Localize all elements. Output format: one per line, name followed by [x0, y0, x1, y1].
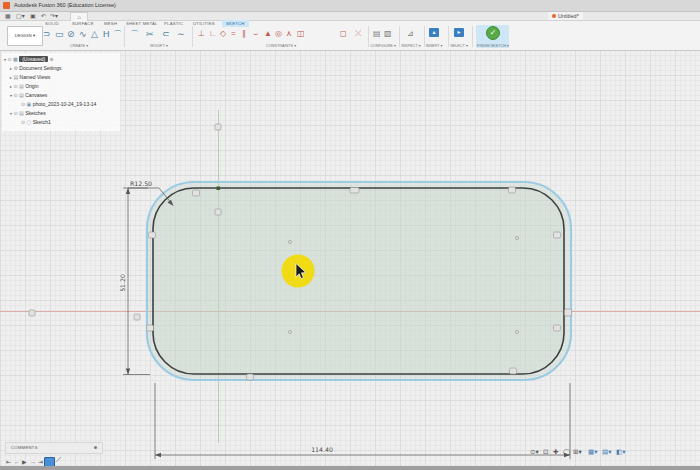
horizontal-constraint-icon [350, 188, 359, 194]
horizontal-vertical-icon[interactable]: ⊥ [198, 28, 205, 40]
select-icon[interactable]: ▸ [454, 28, 464, 37]
trim-icon[interactable]: ✂ [146, 28, 154, 40]
visibility-eye-icon[interactable]: ⊙ [13, 91, 17, 100]
tab-solid[interactable]: SOLID [45, 21, 59, 26]
fit-icon[interactable]: ⊞▾ [573, 446, 582, 458]
tab-surface[interactable]: SURFACE [72, 21, 94, 26]
concentric-icon[interactable]: ◎ [275, 28, 282, 40]
separator [192, 26, 193, 47]
home-tab[interactable]: ⌂ [70, 12, 88, 21]
file-menu-icon[interactable]: ▢▾ [16, 12, 25, 20]
dimension-radius-value: R12.50 [130, 180, 152, 187]
browser-row-named-views[interactable]: ▸ ▤ Named Views [10, 73, 50, 82]
expand-arrow-icon[interactable]: ▸ [10, 73, 12, 82]
browser-root-row[interactable]: ▾ ⊙ ▩ (Unsaved) ⊕ [4, 55, 54, 64]
configurations-icon[interactable]: ▧ [384, 28, 392, 40]
browser-row-sketch1[interactable]: ⊙ ▢ Sketch1 [21, 118, 51, 127]
grid-snaps-icon[interactable]: ▤▾ [602, 446, 611, 458]
browser-row-canvas-photo[interactable]: ⊙ ▣ photo_2023-10-24_19-13-14 [21, 100, 96, 109]
finish-sketch-label[interactable]: FINISH SKETCH ▾ [468, 43, 518, 48]
dimension-height[interactable]: 51.20 [119, 188, 151, 375]
browser-row-document-settings[interactable]: ▸ ⚙ Document Settings [10, 64, 62, 73]
browser-row-canvases[interactable]: ▾ ⊙ ▤ Canvases [10, 91, 47, 100]
expand-arrow-icon[interactable]: ▸ [10, 64, 12, 73]
insert-icon[interactable]: ▴ [429, 28, 439, 37]
arc-icon[interactable]: ⌒ [113, 28, 122, 40]
unsynced-status-icon [552, 14, 556, 18]
tab-utilities[interactable]: UTILITIES [193, 21, 215, 26]
tangent-icon[interactable]: ⌣ [253, 28, 258, 40]
expand-arrow-icon[interactable]: ▸ [10, 82, 12, 91]
create-group-label[interactable]: CREATE ▾ [62, 43, 96, 48]
midpoint-icon[interactable]: ◫ [297, 28, 305, 40]
configure-icon[interactable]: ▤ [373, 28, 381, 40]
browser-panel: ▾ ⊙ ▩ (Unsaved) ⊕ ▸ ⚙ Document Settings … [2, 53, 120, 131]
browser-item-label: Document Settings [19, 65, 61, 71]
undo-icon[interactable]: ↶ [41, 12, 46, 20]
sketch-profile-curve[interactable] [153, 188, 564, 374]
visibility-eye-icon[interactable]: ⊙ [13, 109, 17, 118]
line-icon[interactable]: ⊃ [43, 28, 51, 40]
dimension-width-value: 114.40 [311, 446, 333, 453]
parallel-icon[interactable]: ∥ [242, 28, 246, 40]
spline-icon[interactable]: ∿ [79, 28, 87, 40]
visibility-eye-icon[interactable]: ⊙ [21, 118, 25, 127]
timeline-playhead[interactable]: ⟋ [56, 456, 61, 464]
fillet-icon[interactable]: ⌒ [130, 28, 139, 40]
polygon-lock-icon[interactable]: ◇ [220, 28, 226, 40]
inspect-icon[interactable]: ⊿ [407, 28, 414, 40]
zoom-icon[interactable]: ◯ [563, 446, 570, 458]
browser-row-sketches[interactable]: ▾ ⊙ ▤ Sketches [10, 109, 46, 118]
data-panel-icon[interactable]: ▦ [5, 12, 11, 20]
constraints-group-label[interactable]: CONSTRAINTS ▾ [255, 43, 307, 48]
tangent-constraint-icon [193, 190, 200, 196]
visibility-eye-icon[interactable]: ⊙ [21, 100, 25, 109]
browser-row-origin[interactable]: ▸ ⊙ ▤ Origin [10, 82, 38, 91]
pan-icon[interactable]: ✚ [553, 446, 558, 458]
tab-sheet-metal[interactable]: SHEET METAL [126, 21, 158, 26]
tab-mesh[interactable]: MESH [104, 21, 117, 26]
curvature-icon[interactable]: ◻ [340, 28, 347, 40]
browser-item-label: Sketch1 [33, 119, 51, 125]
expand-arrow-icon[interactable]: ▾ [10, 109, 12, 118]
dimension-width[interactable]: 114.40 [155, 383, 570, 459]
comments-panel[interactable]: COMMENTS [5, 442, 103, 454]
slot-icon[interactable]: Η [103, 28, 110, 40]
expand-arrow-icon[interactable]: ▾ [4, 55, 6, 64]
tangent-constraint-icon [247, 374, 254, 380]
look-at-icon[interactable]: ⊡ [543, 446, 548, 458]
component-icon: ▩ [13, 55, 18, 64]
finish-sketch-check-icon: ✓ [486, 26, 500, 40]
tab-sketch[interactable]: SKETCH [222, 20, 249, 27]
polygon-icon[interactable]: △ [91, 28, 98, 40]
circle-icon[interactable]: ⊘ [67, 28, 75, 40]
point-constraint-icon [215, 209, 221, 215]
visibility-eye-icon[interactable]: ⊙ [7, 55, 11, 64]
orbit-icon[interactable]: ⊙▾ [530, 446, 539, 458]
browser-item-label: Sketches [25, 110, 46, 116]
save-icon[interactable]: ▣ [30, 12, 36, 20]
rectangle-icon[interactable]: ▭ [55, 28, 64, 40]
fix-icon[interactable]: ▲ [264, 28, 272, 40]
expand-arrow-icon[interactable]: ▾ [10, 91, 12, 100]
offset-icon[interactable]: ⊂ [162, 28, 170, 40]
display-settings-icon[interactable]: ▦▾ [588, 446, 597, 458]
break-link-icon[interactable]: ⤫ [355, 28, 361, 40]
tangent-constraint-icon [509, 187, 516, 193]
modify-group-label[interactable]: MODIFY ▾ [142, 43, 176, 48]
coincident-icon[interactable]: ∟ [209, 28, 217, 40]
separator [124, 26, 125, 47]
workspace-selector[interactable]: DESIGN ▾ [7, 26, 43, 46]
visibility-eye-icon[interactable]: ⊙ [13, 82, 17, 91]
tangent-constraint-icon [554, 232, 561, 238]
extend-icon[interactable]: ∼ [177, 28, 185, 40]
document-badge-icon[interactable]: ⊕ [50, 55, 54, 64]
document-tab[interactable]: Untitled* [548, 12, 583, 20]
viewports-icon[interactable]: ◧▾ [616, 446, 625, 458]
tab-plastic[interactable]: PLASTIC [164, 21, 183, 26]
redo-icon[interactable]: ↷▾ [50, 12, 58, 20]
symmetry-icon[interactable]: ⋏ [286, 28, 292, 40]
equal-icon[interactable]: = [231, 28, 236, 40]
root-document-label[interactable]: (Unsaved) [19, 56, 48, 62]
fusion360-window: 51.20 114.40 R12.50 [0, 0, 700, 470]
